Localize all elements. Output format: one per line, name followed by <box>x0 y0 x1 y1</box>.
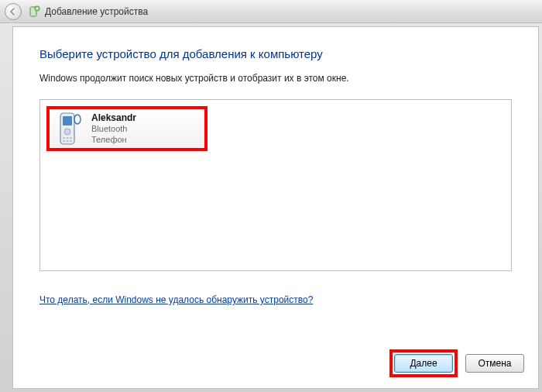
svg-point-4 <box>64 129 70 135</box>
device-name: Aleksandr <box>91 112 136 124</box>
page-heading: Выберите устройство для добавления к ком… <box>39 47 512 60</box>
device-tile[interactable]: Aleksandr Bluetooth Телефон <box>46 106 208 151</box>
svg-rect-3 <box>63 116 72 126</box>
svg-point-11 <box>74 115 81 124</box>
svg-rect-7 <box>70 137 72 139</box>
titlebar: Добавление устройства <box>0 0 542 23</box>
svg-rect-8 <box>63 140 65 142</box>
next-button[interactable]: Далее <box>394 354 453 373</box>
svg-rect-10 <box>70 140 72 142</box>
svg-rect-6 <box>67 137 69 139</box>
next-button-highlight: Далее <box>389 349 458 377</box>
wizard-window: Добавление устройства Выберите устройств… <box>0 0 542 392</box>
svg-rect-9 <box>67 140 69 142</box>
window-title: Добавление устройства <box>45 6 148 17</box>
button-row: Далее Отмена <box>389 349 524 377</box>
page-subtext: Windows продолжит поиск новых устройств … <box>39 73 512 84</box>
phone-icon <box>54 112 85 146</box>
svg-rect-5 <box>63 137 65 139</box>
device-connection: Bluetooth <box>91 124 136 135</box>
content-area: Выберите устройство для добавления к ком… <box>12 26 539 389</box>
device-type: Телефон <box>91 135 136 146</box>
back-button[interactable] <box>5 3 22 20</box>
add-device-icon <box>28 5 40 18</box>
device-list-panel: Aleksandr Bluetooth Телефон <box>39 99 512 271</box>
device-text: Aleksandr Bluetooth Телефон <box>91 112 136 146</box>
help-link[interactable]: Что делать, если Windows не удалось обна… <box>39 294 313 305</box>
cancel-button[interactable]: Отмена <box>465 354 524 373</box>
